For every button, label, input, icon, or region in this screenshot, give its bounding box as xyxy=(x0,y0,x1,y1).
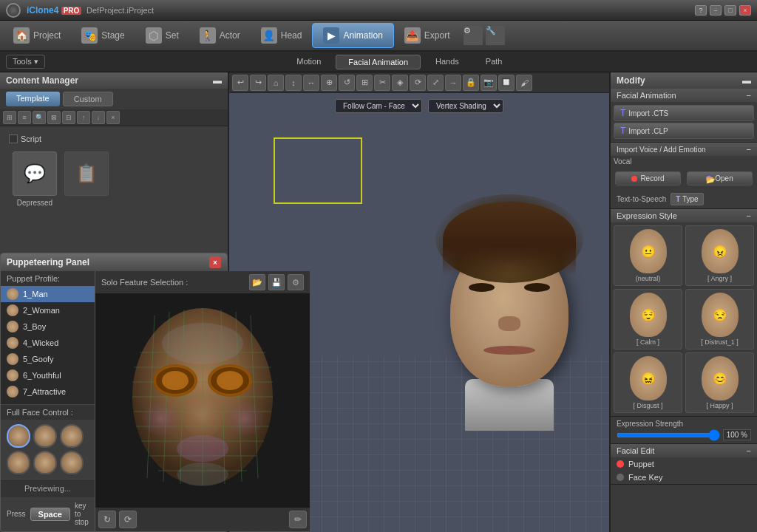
cm-tool-3[interactable]: 🔍 xyxy=(33,111,46,124)
expr-angry[interactable]: 😠 [ Angry ] xyxy=(685,225,754,286)
content-manager-title: Content Manager xyxy=(6,75,78,86)
puppet-paint-btn[interactable]: ✏ xyxy=(289,511,307,528)
svg-point-19 xyxy=(162,371,189,390)
cm-tool-4[interactable]: ⊠ xyxy=(47,111,61,124)
expr-distrust[interactable]: 😒 [ Distrust_1 ] xyxy=(685,289,754,349)
import-clp-button[interactable]: T Import .CLP xyxy=(614,123,754,139)
expr-calm-label: [ Calm ] xyxy=(617,338,679,346)
vp-up[interactable]: ↕ xyxy=(285,75,302,91)
vp-select[interactable]: ◈ xyxy=(392,75,408,91)
vp-left[interactable]: ↔ xyxy=(303,75,319,91)
extra-icon[interactable]: 🔧 xyxy=(486,26,505,45)
cm-collapse-icon[interactable]: ▬ xyxy=(213,75,222,86)
face-key-item[interactable]: Face Key xyxy=(611,471,757,484)
cm-item-2[interactable]: 📋 xyxy=(61,149,112,207)
import-cts-button[interactable]: T Import .CTS xyxy=(614,105,754,121)
cam-select[interactable]: Follow Cam - Face xyxy=(335,99,422,113)
vp-expand[interactable]: ⤢ xyxy=(427,75,444,91)
vp-screen[interactable]: 🔲 xyxy=(498,75,515,91)
puppet-profile-2woman[interactable]: 2_Woman xyxy=(1,302,95,318)
puppet-rotate-btn[interactable]: ↻ xyxy=(98,511,116,528)
face-thumb-5[interactable] xyxy=(33,451,57,474)
help-button[interactable]: ? xyxy=(695,5,707,16)
puppet-profile-7attractive[interactable]: 7_Attractive xyxy=(1,383,95,400)
face-thumb-1[interactable] xyxy=(7,424,30,448)
minimize-button[interactable]: − xyxy=(710,5,722,16)
puppet-reset-btn[interactable]: ⟳ xyxy=(119,511,137,528)
tools-button[interactable]: Tools ▾ xyxy=(6,55,45,69)
subtab-motion[interactable]: Motion xyxy=(285,55,333,69)
cm-tool-2[interactable]: ≡ xyxy=(18,111,31,124)
cm-tab-custom[interactable]: Custom xyxy=(63,92,113,106)
puppet-item[interactable]: Puppet xyxy=(611,457,757,471)
open-button[interactable]: 📂 Open xyxy=(687,171,753,185)
face-key-label: Face Key xyxy=(628,473,662,482)
expression-grid: 😐 (neutral) 😠 [ Angry ] 😌 [ Calm ] 😒 [ D… xyxy=(611,222,757,416)
tab-export[interactable]: 📤 Export xyxy=(394,23,461,48)
key-to-stop-label: key to stop xyxy=(75,502,89,526)
vp-brush[interactable]: 🖌 xyxy=(516,75,532,91)
tab-head[interactable]: 👤 Head xyxy=(251,23,313,48)
expr-disgust[interactable]: 😖 [ Disgust ] xyxy=(614,352,682,413)
cm-item-depressed[interactable]: 💬 Depressed xyxy=(9,149,61,207)
tab-actor[interactable]: 🚶 Actor xyxy=(189,23,251,48)
puppet-profile-6youthful[interactable]: 6_Youthful xyxy=(1,367,95,383)
vp-camera[interactable]: 📷 xyxy=(481,75,497,91)
app-title: iClone4 PRO DefProject.iProject xyxy=(27,5,154,16)
cm-tool-6[interactable]: ↑ xyxy=(77,111,90,124)
record-button[interactable]: Record xyxy=(615,171,681,185)
cm-tool-8[interactable]: × xyxy=(106,111,120,124)
subtab-hands[interactable]: Hands xyxy=(424,55,471,69)
tab-project[interactable]: 🏠 Project xyxy=(3,23,71,48)
expr-happy[interactable]: 😊 [ Happy ] xyxy=(685,352,754,413)
subtab-path[interactable]: Path xyxy=(474,55,515,69)
puppet-profile-1man[interactable]: 1_Man xyxy=(1,286,95,302)
previewing-label: Previewing... xyxy=(7,484,89,493)
vp-lock[interactable]: 🔒 xyxy=(463,75,479,91)
cm-tab-template[interactable]: Template xyxy=(6,92,60,106)
vp-cut[interactable]: ✂ xyxy=(374,75,390,91)
import-voice-title: Import Voice / Add Emotion − xyxy=(611,143,757,156)
face-thumb-6[interactable] xyxy=(60,451,84,474)
space-key[interactable]: Space xyxy=(30,508,70,521)
puppet-profile-4wicked[interactable]: 4_Wicked xyxy=(1,335,95,351)
tab-animation[interactable]: ▶ Animation xyxy=(312,23,393,48)
strength-slider[interactable] xyxy=(617,433,720,437)
maximize-button[interactable]: □ xyxy=(724,5,736,16)
type-button[interactable]: T Type xyxy=(671,193,703,205)
vp-undo[interactable]: ↩ xyxy=(232,75,248,91)
close-button[interactable]: × xyxy=(739,5,751,16)
puppet-profile-3boy[interactable]: 3_Boy xyxy=(1,318,95,335)
vp-sync[interactable]: ⟳ xyxy=(410,75,426,91)
expr-disgust-label: [ Disgust ] xyxy=(617,402,679,409)
vp-add[interactable]: ⊕ xyxy=(321,75,337,91)
puppet-title: Puppeteering Panel xyxy=(7,257,89,267)
vp-redo[interactable]: ↪ xyxy=(250,75,266,91)
puppet-profile-5goofy[interactable]: 5_Goofy xyxy=(1,351,95,367)
vp-arrow[interactable]: → xyxy=(445,75,461,91)
cm-tool-5[interactable]: ⊟ xyxy=(62,111,75,124)
solo-btn-3[interactable]: ⚙ xyxy=(288,274,304,290)
rp-collapse[interactable]: ▬ xyxy=(742,75,751,86)
tab-set[interactable]: ⬡ Set xyxy=(135,23,189,48)
face-thumb-3[interactable] xyxy=(60,424,84,448)
solo-btn-1[interactable]: 📂 xyxy=(249,274,265,290)
subtab-facial-animation[interactable]: Facial Animation xyxy=(336,55,421,69)
head-icon: 👤 xyxy=(261,27,277,44)
vp-rotate[interactable]: ↺ xyxy=(339,75,355,91)
puppet-close-button[interactable]: × xyxy=(209,256,221,268)
cm-tool-1[interactable]: ⊞ xyxy=(3,111,16,124)
settings-icon[interactable]: ⚙ xyxy=(464,26,483,45)
expr-neutral[interactable]: 😐 (neutral) xyxy=(614,225,682,286)
strength-area: Expression Strength 100 % xyxy=(611,417,757,443)
tab-stage[interactable]: 🎭 Stage xyxy=(71,23,135,48)
avatar-5goofy xyxy=(7,353,18,365)
vp-grid[interactable]: ⊞ xyxy=(356,75,373,91)
face-thumb-2[interactable] xyxy=(33,424,57,448)
solo-btn-2[interactable]: 💾 xyxy=(268,274,285,290)
script-checkbox[interactable] xyxy=(9,134,18,143)
expr-calm[interactable]: 😌 [ Calm ] xyxy=(614,289,682,349)
cm-tool-7[interactable]: ↓ xyxy=(92,111,105,124)
vp-home[interactable]: ⌂ xyxy=(268,75,284,91)
face-thumb-4[interactable] xyxy=(7,451,30,474)
